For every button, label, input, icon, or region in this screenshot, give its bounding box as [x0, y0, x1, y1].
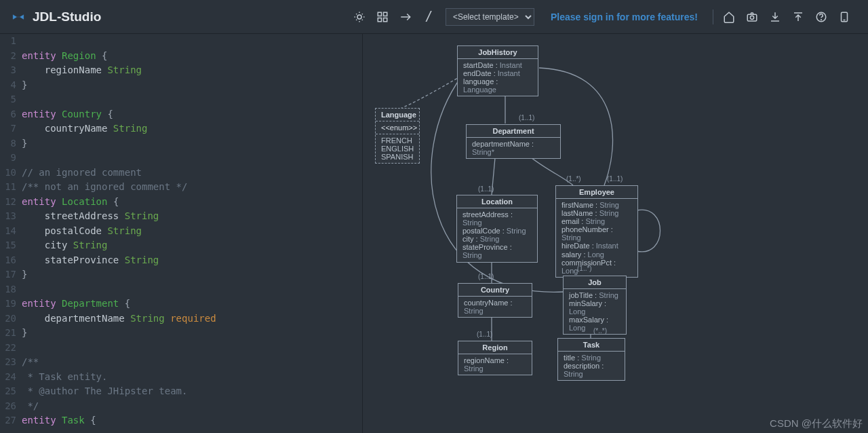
upload-icon[interactable]: [792, 11, 804, 23]
slash-icon: /: [422, 11, 435, 23]
grid-icon[interactable]: [376, 11, 389, 23]
entity-title: Location: [457, 195, 537, 208]
arrow-right-icon[interactable]: [399, 11, 412, 23]
svg-point-6: [750, 16, 753, 19]
cardinality: (*..*): [593, 327, 607, 335]
entity-job[interactable]: Job jobTitle : StringminSalary : Longmax…: [563, 276, 627, 335]
entity-title: Country: [458, 284, 532, 297]
entity-fields: departmentName : String*: [467, 138, 560, 158]
main-area: 1234567891011121314151617181920212223242…: [0, 34, 868, 433]
svg-rect-1: [378, 12, 381, 16]
help-icon[interactable]: [815, 11, 827, 23]
entity-department[interactable]: Department departmentName : String*: [466, 124, 561, 159]
entity-fields: countryName : String: [458, 297, 532, 317]
cardinality: (1..1): [477, 331, 492, 338]
cardinality: (1..*): [566, 175, 581, 183]
svg-point-8: [821, 19, 822, 20]
entity-region[interactable]: Region regionName : String: [458, 341, 532, 375]
svg-rect-4: [383, 18, 387, 21]
line-gutter: 1234567891011121314151617181920212223242…: [0, 34, 22, 433]
entity-title: Employee: [556, 186, 637, 199]
entity-fields: regionName : String: [458, 354, 532, 375]
svg-rect-3: [378, 18, 381, 21]
entity-title: Department: [467, 125, 560, 138]
watermark: CSDN @什么软件好: [770, 417, 863, 430]
device-icon[interactable]: [838, 11, 850, 23]
entity-fields: streetAddress : StringpostalCode : Strin…: [457, 208, 537, 262]
sun-icon[interactable]: [353, 11, 366, 23]
entity-jobhistory[interactable]: JobHistory startDate : InstantendDate : …: [457, 45, 538, 96]
cardinality: (1..1): [478, 185, 494, 193]
entity-title: Job: [564, 276, 626, 289]
entity-task[interactable]: Task title : Stringdescription : String: [557, 338, 625, 381]
cardinality: (1..*): [577, 265, 592, 272]
home-icon[interactable]: [723, 11, 735, 23]
app-header: JDL-Studio / <Select template> Please si…: [0, 0, 868, 34]
logo-icon: [12, 11, 24, 23]
entity-language[interactable]: Language <<enum>> FRENCHENGLISHSPANISH: [375, 108, 420, 164]
signin-link[interactable]: Please sign in for more features!: [551, 12, 698, 22]
entity-title: Task: [558, 339, 625, 352]
app-title: JDL-Studio: [33, 10, 101, 24]
template-select[interactable]: <Select template>: [446, 8, 534, 26]
diagram-canvas[interactable]: JobHistory startDate : InstantendDate : …: [362, 34, 868, 433]
code-editor[interactable]: 1234567891011121314151617181920212223242…: [0, 34, 362, 433]
svg-rect-2: [383, 12, 387, 16]
code-content[interactable]: entity Region { regionName String} entit…: [22, 34, 362, 433]
enum-tag: <<enum>>: [376, 121, 419, 134]
entity-title: Language: [376, 109, 419, 121]
download-icon[interactable]: [769, 11, 781, 23]
entity-fields: startDate : InstantendDate : Instantlang…: [458, 59, 538, 96]
entity-country[interactable]: Country countryName : String: [458, 283, 532, 318]
camera-icon[interactable]: [746, 11, 758, 23]
cardinality: (1..1): [519, 114, 534, 121]
entity-fields: firstName : StringlastName : Stringemail…: [556, 199, 637, 277]
separator: [713, 10, 713, 24]
entity-fields: title : Stringdescription : String: [558, 352, 625, 380]
entity-title: JobHistory: [458, 46, 538, 59]
entity-employee[interactable]: Employee firstName : StringlastName : St…: [555, 185, 638, 278]
enum-values: FRENCHENGLISHSPANISH: [376, 134, 419, 163]
entity-location[interactable]: Location streetAddress : StringpostalCod…: [456, 195, 538, 263]
entity-title: Region: [458, 341, 532, 354]
cardinality: (1..1): [607, 175, 623, 183]
cardinality: (1..1): [478, 273, 494, 280]
svg-point-0: [357, 15, 361, 19]
